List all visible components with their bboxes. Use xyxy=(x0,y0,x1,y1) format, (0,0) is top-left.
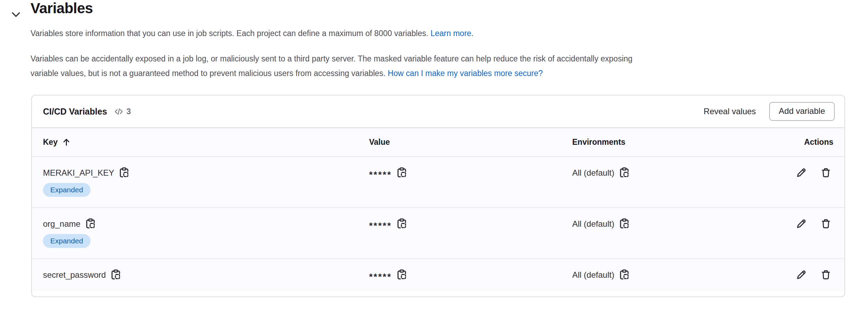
variable-value: ***** xyxy=(369,272,392,282)
copy-to-clipboard-icon xyxy=(397,218,407,229)
edit-variable-button[interactable] xyxy=(796,218,807,229)
variable-value: ***** xyxy=(369,169,392,180)
column-header-environments: Environments xyxy=(572,128,745,157)
copy-environments-button[interactable] xyxy=(619,218,629,229)
pencil-icon xyxy=(796,269,807,280)
page-title: Variables xyxy=(31,0,93,19)
pencil-icon xyxy=(796,218,807,229)
edit-variable-button[interactable] xyxy=(796,269,807,280)
section-collapse-button[interactable] xyxy=(7,6,25,24)
cicd-variables-card: CI/CD Variables 3 Reveal values Add vari… xyxy=(31,95,845,297)
remove-icon xyxy=(821,269,831,280)
copy-to-clipboard-icon xyxy=(86,218,95,229)
copy-environments-button[interactable] xyxy=(619,167,629,178)
column-header-actions: Actions xyxy=(745,128,844,157)
copy-environments-button[interactable] xyxy=(619,269,629,281)
code-icon xyxy=(114,107,123,116)
variable-key: org_name xyxy=(43,219,80,229)
variable-value: ***** xyxy=(369,220,392,231)
variable-environments: All (default) xyxy=(572,168,614,178)
variable-key: secret_password xyxy=(43,270,106,280)
description-text: Variables store information that you can… xyxy=(31,29,428,38)
remove-icon xyxy=(821,167,831,178)
column-header-key[interactable]: Key xyxy=(32,128,369,157)
table-row: secret_password ***** xyxy=(32,259,844,291)
copy-value-button[interactable] xyxy=(397,167,407,178)
variables-count: 3 xyxy=(127,107,131,116)
add-variable-button[interactable]: Add variable xyxy=(769,102,835,121)
copy-to-clipboard-icon xyxy=(397,167,407,178)
copy-value-button[interactable] xyxy=(397,269,407,281)
copy-to-clipboard-icon xyxy=(119,167,129,178)
card-title: CI/CD Variables xyxy=(43,107,107,117)
delete-variable-button[interactable] xyxy=(821,167,831,178)
table-row: MERAKI_API_KEY Expanded ***** xyxy=(32,157,844,208)
copy-to-clipboard-icon xyxy=(619,218,629,229)
delete-variable-button[interactable] xyxy=(821,218,831,229)
copy-to-clipboard-icon xyxy=(397,269,407,281)
variables-secure-link[interactable]: How can I make my variables more secure? xyxy=(388,69,542,78)
warning-line-2: variable values, but is not a guaranteed… xyxy=(31,69,385,78)
learn-more-link[interactable]: Learn more. xyxy=(431,29,474,38)
variables-table: Key Value Environments Actions MERAKI_AP… xyxy=(32,127,844,291)
column-header-value: Value xyxy=(369,128,572,157)
arrow-up-icon xyxy=(62,137,71,147)
warning-line-1: Variables can be accidentally exposed in… xyxy=(31,51,838,66)
variable-environments: All (default) xyxy=(572,219,614,229)
edit-variable-button[interactable] xyxy=(796,167,807,178)
copy-to-clipboard-icon xyxy=(619,269,629,281)
copy-to-clipboard-icon xyxy=(619,167,629,178)
table-header-row: Key Value Environments Actions xyxy=(32,128,844,157)
variables-count-badge: 3 xyxy=(114,107,131,116)
reveal-values-button[interactable]: Reveal values xyxy=(704,107,756,116)
card-header: CI/CD Variables 3 Reveal values Add vari… xyxy=(32,95,844,127)
delete-variable-button[interactable] xyxy=(821,269,831,280)
status-badge: Expanded xyxy=(43,234,90,248)
table-row: org_name Expanded ***** xyxy=(32,208,844,259)
status-badge: Expanded xyxy=(43,183,90,197)
remove-icon xyxy=(821,218,831,229)
copy-key-button[interactable] xyxy=(111,269,121,281)
copy-key-button[interactable] xyxy=(86,218,95,229)
section-description: Variables store information that you can… xyxy=(31,26,474,40)
card-header-actions: Reveal values Add variable xyxy=(704,102,835,121)
variable-key: MERAKI_API_KEY xyxy=(43,168,114,178)
copy-key-button[interactable] xyxy=(119,167,129,178)
pencil-icon xyxy=(796,167,807,178)
copy-to-clipboard-icon xyxy=(111,269,121,281)
variable-environments: All (default) xyxy=(572,270,614,280)
column-header-key-label: Key xyxy=(43,137,58,147)
masked-variable-warning: Variables can be accidentally exposed in… xyxy=(31,51,838,81)
copy-value-button[interactable] xyxy=(397,218,407,229)
chevron-down-icon xyxy=(10,9,21,20)
